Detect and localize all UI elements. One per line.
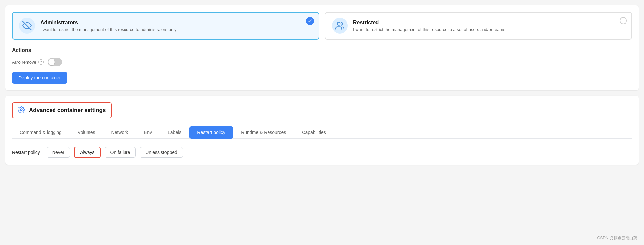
top-section: Administrators I want to restrict the ma…	[5, 5, 639, 90]
restricted-title: Restricted	[353, 20, 505, 26]
auto-remove-toggle[interactable]	[48, 58, 62, 66]
tab-env[interactable]: Env	[136, 126, 160, 139]
administrators-content: Administrators I want to restrict the ma…	[40, 20, 177, 32]
tab-restart-policy[interactable]: Restart policy	[189, 126, 233, 139]
svg-point-2	[20, 109, 22, 111]
tab-network[interactable]: Network	[103, 126, 136, 139]
restricted-radio	[620, 17, 627, 24]
policy-on-failure-button[interactable]: On failure	[105, 147, 136, 158]
check-icon	[308, 19, 312, 23]
access-control-row: Administrators I want to restrict the ma…	[12, 12, 632, 40]
eye-off-icon	[22, 21, 32, 30]
page-wrapper: Administrators I want to restrict the ma…	[0, 0, 644, 170]
policy-never-button[interactable]: Never	[47, 147, 70, 158]
tab-runtime-resources[interactable]: Runtime & Resources	[233, 126, 294, 139]
restart-policy-label: Restart policy	[12, 150, 40, 155]
gear-icon	[18, 106, 25, 113]
tab-command-logging[interactable]: Command & logging	[12, 126, 70, 139]
administrators-card[interactable]: Administrators I want to restrict the ma…	[12, 12, 319, 40]
advanced-title: Advanced container settings	[29, 107, 106, 114]
auto-remove-label: Auto remove ?	[12, 59, 44, 65]
users-icon	[335, 21, 344, 30]
restart-policy-row: Restart policy Never Always On failure U…	[12, 147, 632, 158]
policy-unless-stopped-button[interactable]: Unless stopped	[140, 147, 183, 158]
tab-capabilities[interactable]: Capabilities	[294, 126, 334, 139]
administrators-title: Administrators	[40, 20, 177, 26]
svg-point-1	[337, 22, 340, 25]
tab-labels[interactable]: Labels	[160, 126, 189, 139]
bottom-section: Advanced container settings Command & lo…	[5, 96, 639, 165]
tabs-row: Command & logging Volumes Network Env La…	[12, 126, 632, 139]
restricted-icon-wrapper	[332, 18, 348, 34]
administrators-check-badge	[306, 17, 314, 25]
auto-remove-row: Auto remove ?	[12, 58, 632, 66]
actions-section: Actions Auto remove ? Deploy the contain…	[12, 47, 632, 84]
advanced-header[interactable]: Advanced container settings	[12, 102, 112, 118]
deploy-button[interactable]: Deploy the container	[12, 72, 67, 84]
tab-volumes[interactable]: Volumes	[70, 126, 103, 139]
help-icon[interactable]: ?	[38, 59, 44, 65]
actions-title: Actions	[12, 47, 632, 53]
policy-always-button[interactable]: Always	[74, 147, 100, 158]
restricted-description: I want to restrict the management of thi…	[353, 27, 505, 32]
restricted-content: Restricted I want to restrict the manage…	[353, 20, 505, 32]
restricted-card[interactable]: Restricted I want to restrict the manage…	[325, 12, 632, 40]
gear-icon-wrapper	[18, 106, 25, 114]
administrators-description: I want to restrict the management of thi…	[40, 27, 177, 32]
administrators-icon-wrapper	[19, 18, 35, 34]
